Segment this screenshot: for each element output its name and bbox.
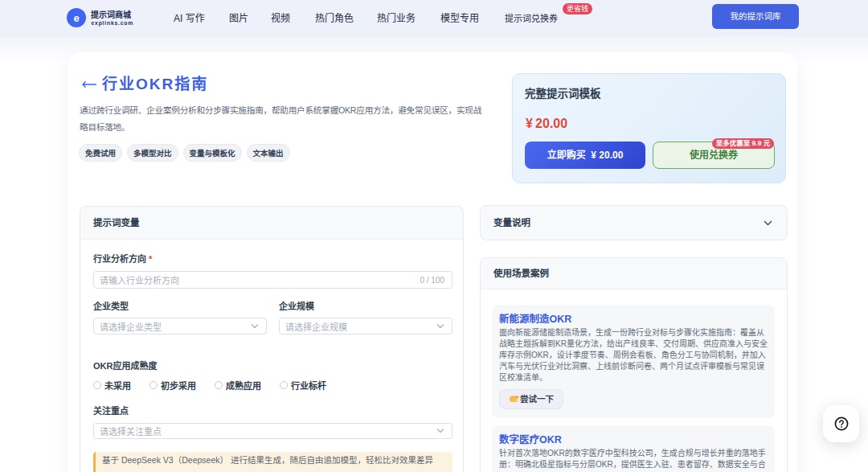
svg-text:e: e (73, 12, 79, 24)
